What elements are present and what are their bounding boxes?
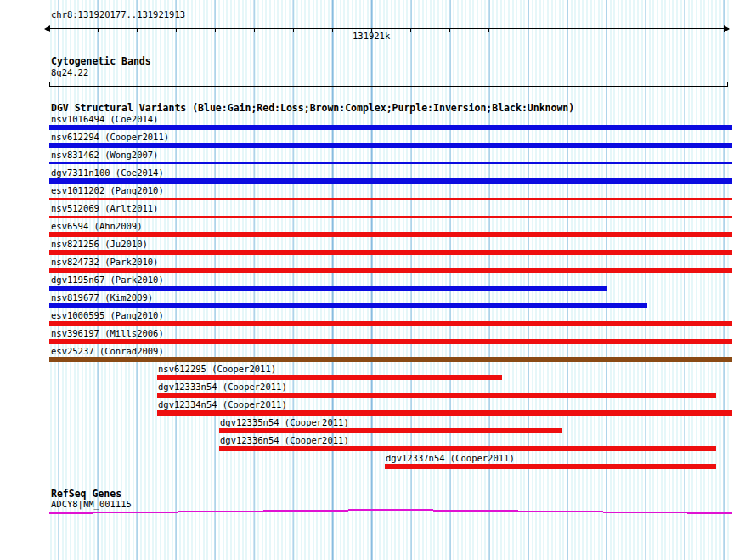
gene-line-segment[interactable] <box>49 512 93 514</box>
variant-label[interactable]: dgv12334n54 (Cooper2011) <box>158 400 287 410</box>
gene-line-segment[interactable] <box>348 509 433 511</box>
ruler-tick <box>567 29 567 32</box>
dgv-track-title: DGV Structural Variants (Blue:Gain;Red:L… <box>51 104 574 114</box>
variant-label[interactable]: nsv824732 (Park2010) <box>51 257 158 267</box>
variant-bar-blue[interactable] <box>49 286 607 291</box>
cytogenetic-band-box[interactable] <box>49 82 728 87</box>
variant-bar-red[interactable] <box>49 232 732 237</box>
variant-bar-red[interactable] <box>157 375 502 380</box>
variant-label[interactable]: nsv819677 (Kim2009) <box>51 293 153 303</box>
ruler-left-arrow-icon <box>44 25 50 32</box>
variant-bar-red[interactable] <box>49 216 732 218</box>
variant-label[interactable]: nsv821256 (Ju2010) <box>51 240 148 249</box>
ruler-tick <box>449 29 450 32</box>
region-coordinates-label: chr8:131920177..131921913 <box>51 10 185 20</box>
cytogenetic-band-label: 8q24.22 <box>51 68 88 77</box>
gene-line-segment[interactable] <box>93 512 178 513</box>
variant-label[interactable]: nsv612295 (Cooper2011) <box>158 365 276 374</box>
variant-bar-red[interactable] <box>157 410 732 416</box>
variant-label[interactable]: esv1000595 (Pang2010) <box>51 311 164 320</box>
variant-bar-blue[interactable] <box>49 143 732 148</box>
ruler-line <box>49 28 729 29</box>
ruler-position-label: 131921k <box>353 31 390 41</box>
refseq-gene-label[interactable]: ADCY8|NM_001115 <box>51 500 132 509</box>
variant-label[interactable]: nsv512069 (Arlt2011) <box>51 204 158 213</box>
variant-bar-blue[interactable] <box>49 178 732 184</box>
ruler-tick <box>59 29 59 32</box>
ruler-tick <box>98 29 99 32</box>
variant-label[interactable]: esv1011202 (Pang2010) <box>51 186 164 195</box>
ruler-tick <box>528 29 528 32</box>
ruler-tick <box>685 29 685 32</box>
ruler-tick <box>254 29 255 32</box>
ruler-tick <box>215 29 216 32</box>
variant-label[interactable]: nsv831462 (Wong2007) <box>51 150 158 160</box>
gene-line-segment[interactable] <box>687 512 732 514</box>
variant-label[interactable]: dgv12335n54 (Cooper2011) <box>220 418 349 427</box>
ruler-tick <box>724 29 725 32</box>
gene-line-segment[interactable] <box>518 511 603 512</box>
gene-line-segment[interactable] <box>603 512 687 513</box>
variant-label[interactable]: dgv1195n67 (Park2010) <box>51 275 164 285</box>
variant-label[interactable]: esv6594 (Ahn2009) <box>51 222 142 231</box>
variant-bar-red[interactable] <box>49 339 732 344</box>
variant-bar-blue[interactable] <box>49 303 647 308</box>
variant-label[interactable]: dgv12333n54 (Cooper2011) <box>158 382 287 392</box>
variant-bar-red[interactable] <box>385 464 716 469</box>
variant-bar-blue[interactable] <box>49 125 732 130</box>
variant-bar-red[interactable] <box>49 250 732 255</box>
variant-bar-red[interactable] <box>219 428 562 433</box>
ruler-tick <box>137 29 138 32</box>
gene-line-segment[interactable] <box>178 511 263 512</box>
ruler-right-arrow-icon <box>724 25 730 32</box>
variant-label[interactable]: nsv612294 (Cooper2011) <box>51 133 169 142</box>
ruler-tick <box>606 29 606 32</box>
ruler-tick <box>293 29 294 32</box>
variant-bar-red[interactable] <box>157 393 716 398</box>
refseq-track-title: RefSeq Genes <box>51 489 121 500</box>
ruler-tick <box>646 29 646 32</box>
variant-label[interactable]: esv25237 (Conrad2009) <box>51 347 164 356</box>
gene-line-segment[interactable] <box>263 510 348 512</box>
ruler-tick <box>332 29 333 32</box>
ruler-tick <box>488 29 489 32</box>
cytogenetic-bands-title: Cytogenetic Bands <box>51 57 151 67</box>
variant-bar-red[interactable] <box>49 198 732 200</box>
variant-label[interactable]: dgv12336n54 (Cooper2011) <box>220 436 349 445</box>
variant-bar-blue[interactable] <box>49 162 732 164</box>
ruler-tick <box>410 29 411 32</box>
variant-label[interactable]: dgv7311n100 (Coe2014) <box>51 168 164 178</box>
gene-line-segment[interactable] <box>433 510 518 512</box>
variant-bar-red[interactable] <box>219 446 716 451</box>
variant-bar-red[interactable] <box>49 268 732 273</box>
variant-bar-red[interactable] <box>49 321 732 326</box>
ruler-tick <box>176 29 177 32</box>
genome-browser-view: chr8:131920177..131921913 131921k Cytoge… <box>0 0 756 560</box>
variant-bar-brown[interactable] <box>49 357 732 362</box>
variant-label[interactable]: nsv396197 (Mills2006) <box>51 329 164 338</box>
variant-label[interactable]: dgv12337n54 (Cooper2011) <box>386 454 515 463</box>
variant-label[interactable]: nsv1016494 (Coe2014) <box>51 115 158 124</box>
